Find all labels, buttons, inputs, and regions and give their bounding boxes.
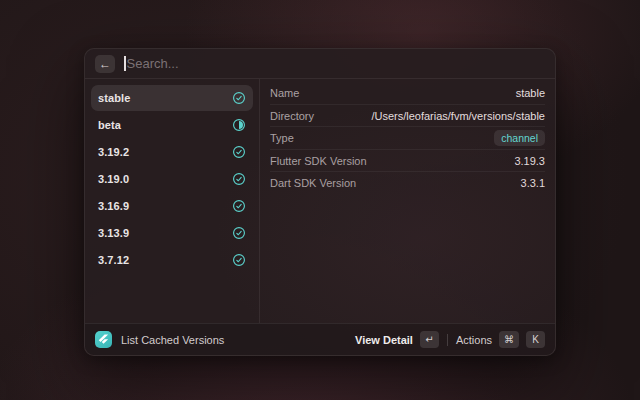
check-circle-icon (232, 91, 246, 105)
version-list-item[interactable]: stable (91, 85, 253, 111)
command-key-icon: ⌘ (499, 331, 519, 348)
version-label: 3.19.0 (98, 173, 129, 185)
version-label: 3.19.2 (98, 146, 129, 158)
actions-button[interactable]: Actions ⌘ K (456, 331, 545, 348)
version-list: stable beta 3.19.2 3.19.0 (85, 79, 260, 323)
half-circle-icon (232, 118, 246, 132)
check-circle-icon (232, 253, 246, 267)
detail-label: Flutter SDK Version (270, 155, 367, 167)
detail-row: Type channel (270, 126, 545, 149)
version-label: beta (98, 119, 121, 131)
version-list-item[interactable]: 3.7.12 (91, 247, 253, 273)
detail-row: Flutter SDK Version 3.19.3 (270, 149, 545, 171)
launcher-window: ← stable beta 3.19.2 (84, 48, 556, 356)
footer-divider (447, 334, 448, 346)
version-list-item[interactable]: 3.13.9 (91, 220, 253, 246)
footer-actions: View Detail ↵ Actions ⌘ K (355, 331, 545, 348)
version-list-item[interactable]: 3.19.2 (91, 139, 253, 165)
detail-value: stable (516, 87, 545, 99)
command-title: List Cached Versions (121, 334, 224, 346)
text-caret (124, 56, 126, 71)
search-field-wrap (124, 56, 545, 71)
version-list-item[interactable]: 3.16.9 (91, 193, 253, 219)
detail-row: Name stable (270, 82, 545, 104)
detail-label: Type (270, 132, 294, 144)
flutter-icon (95, 331, 112, 348)
detail-row: Directory /Users/leofarias/fvm/versions/… (270, 104, 545, 126)
detail-panel: Name stable Directory /Users/leofarias/f… (260, 79, 555, 323)
search-bar: ← (85, 49, 555, 79)
detail-value: /Users/leofarias/fvm/versions/stable (371, 110, 545, 122)
detail-row: Dart SDK Version 3.3.1 (270, 171, 545, 193)
content-area: stable beta 3.19.2 3.19.0 (85, 79, 555, 323)
version-label: stable (98, 92, 130, 104)
check-circle-icon (232, 145, 246, 159)
return-key-icon: ↵ (420, 331, 439, 348)
detail-value: 3.3.1 (521, 177, 545, 189)
back-button[interactable]: ← (95, 55, 115, 73)
type-badge: channel (494, 130, 545, 146)
check-circle-icon (232, 172, 246, 186)
check-circle-icon (232, 199, 246, 213)
search-input[interactable] (127, 56, 546, 71)
detail-label: Dart SDK Version (270, 177, 356, 189)
detail-value: 3.19.3 (514, 155, 545, 167)
version-label: 3.7.12 (98, 254, 129, 266)
version-list-item[interactable]: 3.19.0 (91, 166, 253, 192)
version-label: 3.13.9 (98, 227, 129, 239)
check-circle-icon (232, 226, 246, 240)
detail-label: Directory (270, 110, 314, 122)
version-list-item[interactable]: beta (91, 112, 253, 138)
actions-label: Actions (456, 334, 492, 346)
footer-bar: List Cached Versions View Detail ↵ Actio… (85, 323, 555, 355)
version-label: 3.16.9 (98, 200, 129, 212)
arrow-left-icon: ← (99, 57, 111, 71)
detail-label: Name (270, 87, 299, 99)
k-key-icon: K (526, 331, 545, 348)
view-detail-label: View Detail (355, 334, 413, 346)
view-detail-button[interactable]: View Detail ↵ (355, 331, 439, 348)
